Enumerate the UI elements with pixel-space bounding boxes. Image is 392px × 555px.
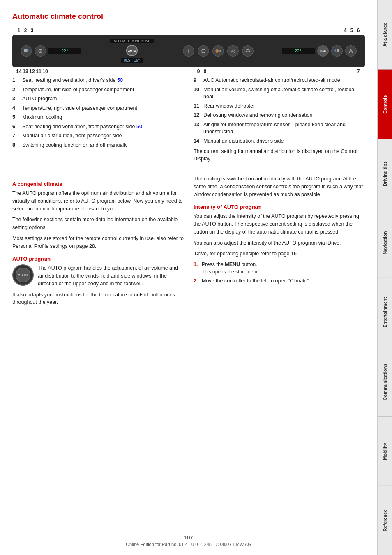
- bottom-num-9: 9: [195, 69, 202, 74]
- list-item-12: 12 Defrosting windows and removing conde…: [194, 112, 365, 119]
- list-item-8: 8 Switching cooling function on and off …: [12, 142, 184, 149]
- item-2-num: 2: [12, 86, 19, 94]
- bottom-num-13: 13: [22, 69, 29, 74]
- sidebar-tab-driving-tips[interactable]: Driving tips: [378, 139, 392, 208]
- numbered-list-right: 9 AUC Automatic recirculated-air control…: [194, 77, 365, 164]
- top-num-4: 4: [342, 28, 348, 33]
- bottom-num-7: 7: [355, 69, 362, 74]
- item-3-text: AUTO program: [22, 95, 57, 103]
- item-4-num: 4: [12, 105, 19, 112]
- svg-line-2: [27, 49, 28, 50]
- diagram-bottom-numbers: 14 13 12 11 10 9 8 7: [12, 69, 365, 74]
- bottom-num-10: 10: [42, 69, 48, 74]
- item-9-text: AUC Automatic recirculated-air control/r…: [203, 77, 340, 84]
- manual-air-note: The current setting for manual air distr…: [194, 148, 365, 162]
- page-number: 107: [12, 534, 365, 541]
- auto-program-description: The AUTO program handles the adjustment …: [38, 264, 184, 287]
- item-10-num: 10: [194, 86, 200, 101]
- item-1-text: Seat heating and ventilation, driver's s…: [22, 77, 123, 84]
- left-body-col: A congenial climate The AUTO program off…: [12, 175, 184, 310]
- sidebar-tab-reference[interactable]: Reference: [378, 486, 392, 555]
- item-7-text: Manual air distribution, front passenger…: [22, 132, 122, 140]
- top-num-2: 2: [22, 28, 29, 33]
- left-temp-display: 22°: [48, 48, 81, 54]
- congenial-para-1: The AUTO program offers the optimum air …: [12, 190, 184, 213]
- item-1-link[interactable]: 50: [117, 77, 123, 83]
- top-num-spacer1: [35, 28, 342, 33]
- intensity-para-1: You can adjust the intensity of the AUTO…: [194, 213, 365, 236]
- list-item-2: 2 Temperature, left side of passenger co…: [12, 86, 184, 94]
- seat-heat-vent-passenger-btn[interactable]: [331, 45, 343, 57]
- bottom-num-8: 8: [202, 69, 208, 74]
- personal-profile-link[interactable]: 28: [89, 243, 95, 249]
- bottom-num-spacer: [48, 69, 195, 74]
- auto-program-content: AUTO The AUTO program handles the adjust…: [12, 264, 184, 287]
- item-14-text: Manual air distribution, driver's side: [203, 138, 284, 145]
- item-11-num: 11: [194, 103, 200, 110]
- item-10-text: Manual air volume, switching off automat…: [203, 86, 365, 101]
- sidebar-tab-mobility[interactable]: Mobility: [378, 416, 392, 486]
- item-8-num: 8: [12, 142, 19, 149]
- panel-left: 22°: [21, 45, 81, 57]
- list-item-1: 1 Seat heating and ventilation, driver's…: [12, 77, 184, 84]
- item-5-num: 5: [12, 114, 19, 121]
- fan-icon[interactable]: [183, 45, 194, 57]
- item-6-text: Seat heating and ventilation, front pass…: [22, 123, 142, 131]
- cooling-note-text: The cooling is switched on automatically…: [194, 175, 365, 198]
- svg-rect-1: [24, 53, 28, 53]
- sidebar-tab-entertainment[interactable]: Entertainment: [378, 278, 392, 347]
- svg-rect-0: [24, 49, 27, 52]
- item-1-num: 1: [12, 77, 19, 84]
- top-num-1: 1: [16, 28, 22, 33]
- recirculate-icon[interactable]: [198, 45, 209, 57]
- sidebar: At a glance Controls Driving tips Naviga…: [377, 0, 392, 555]
- seat-heat-vent-driver-btn[interactable]: [21, 45, 32, 57]
- step-2-num: 2.: [194, 278, 199, 285]
- item-4-text: Temperature, right side of passenger com…: [22, 105, 137, 112]
- sidebar-tab-communications[interactable]: Communications: [378, 347, 392, 416]
- item-12-num: 12: [194, 112, 200, 119]
- diagram-top-numbers: 1 2 3 4 5 6: [12, 28, 365, 33]
- list-item-7: 7 Manual air distribution, front passeng…: [12, 132, 184, 140]
- sidebar-tab-navigation[interactable]: Navigation: [378, 208, 392, 278]
- svg-rect-15: [336, 53, 339, 53]
- step-1-num: 1.: [194, 261, 199, 275]
- auto-program-icon: AUTO: [12, 264, 34, 286]
- sidebar-tab-at-a-glance[interactable]: At a glance: [378, 0, 392, 69]
- idrive-link-text: iDrive, for operating principle refer to…: [194, 250, 365, 258]
- step-1: 1. Press the MENU button.This opens the …: [194, 261, 365, 275]
- idrive-page-link[interactable]: 16: [291, 251, 297, 257]
- item-7-num: 7: [12, 132, 19, 140]
- bottom-num-14: 14: [16, 69, 22, 74]
- sidebar-tab-controls[interactable]: Controls: [378, 69, 392, 139]
- right-body-col: The cooling is switched on automatically…: [194, 175, 365, 310]
- top-num-5: 5: [348, 28, 355, 33]
- svg-rect-14: [337, 49, 339, 52]
- dist-icon-right[interactable]: [345, 45, 357, 57]
- svg-line-4: [27, 51, 28, 52]
- rear-defrost-icon[interactable]: [212, 45, 224, 57]
- item-2-text: Temperature, left side of passenger comp…: [22, 86, 134, 94]
- item-6-link[interactable]: 50: [136, 124, 142, 130]
- numbered-list-left: 1 Seat heating and ventilation, driver's…: [12, 77, 184, 164]
- item-3-num: 3: [12, 95, 19, 103]
- step-2: 2. Move the controller to the left to op…: [194, 278, 365, 285]
- item-13-num: 13: [194, 121, 200, 136]
- rest-display: REST 16°: [121, 58, 143, 63]
- svg-text:AC: AC: [231, 49, 235, 53]
- top-num-6: 6: [355, 28, 362, 33]
- ac-icon[interactable]: AC: [227, 45, 239, 57]
- body-sections: A congenial climate The AUTO program off…: [12, 175, 365, 310]
- auto-button[interactable]: AUTO: [126, 45, 138, 56]
- airflow-icon[interactable]: [242, 45, 254, 57]
- list-item-14: 14 Manual air distribution, driver's sid…: [194, 138, 365, 145]
- list-item-10: 10 Manual air volume, switching off auto…: [194, 86, 365, 101]
- item-13-text: Air grill for interior temperature senso…: [203, 121, 365, 136]
- panel-right: 22° MAX: [282, 45, 357, 57]
- congenial-para-2: The following sections contain more deta…: [12, 216, 184, 231]
- page-title: Automatic climate control: [12, 12, 365, 21]
- max-cool-btn[interactable]: MAX: [317, 45, 329, 57]
- intensity-bar: SOFT MEDIUM INTENSIVE: [110, 39, 154, 43]
- item-11-text: Rear window defroster: [203, 103, 255, 110]
- vent-icon-left[interactable]: [35, 45, 46, 57]
